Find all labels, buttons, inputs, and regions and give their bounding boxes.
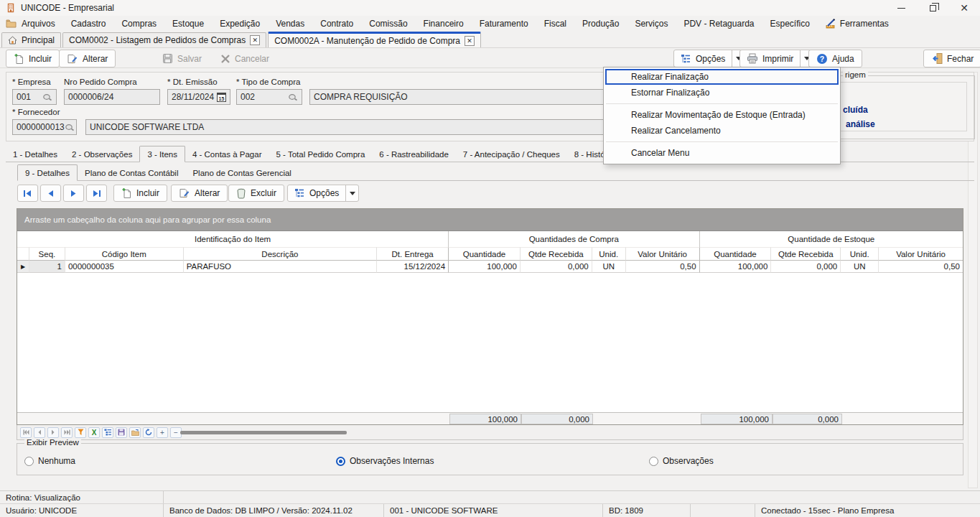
cell-seq[interactable]: 1 — [29, 260, 65, 273]
cell-unid-estoque[interactable]: UN — [841, 260, 879, 273]
menu-item-estornar-finalizacao[interactable]: Estornar Finalização — [604, 85, 840, 101]
expand-plus-icon[interactable]: + — [157, 427, 168, 438]
band-quantidade-estoque[interactable]: Quantidade de Estoque — [700, 231, 963, 247]
lookup-icon[interactable] — [288, 93, 298, 101]
minimize-button[interactable] — [885, 0, 917, 16]
column-header-codigo-item[interactable]: Código Item — [65, 247, 184, 260]
record-prev-button[interactable] — [40, 185, 61, 202]
menu-vendas[interactable]: Vendas — [268, 16, 312, 32]
menu-item-realizar-movimentacao[interactable]: Realizar Movimentação de Estoque (Entrad… — [604, 107, 840, 123]
menu-financeiro[interactable]: Financeiro — [416, 16, 472, 32]
imprimir-button[interactable]: Imprimir — [739, 50, 813, 67]
menu-comissao[interactable]: Comissão — [361, 16, 415, 32]
grid-group-band[interactable]: Arraste um cabeçalho da coluna aqui para… — [17, 209, 963, 231]
menu-arquivos[interactable]: Arquivos — [18, 16, 63, 32]
cell-qtde-recebida-compra[interactable]: 0,000 — [521, 260, 592, 273]
refresh-icon[interactable] — [143, 427, 154, 438]
subtab-detalhes-active[interactable]: 9 - Detalhes — [17, 164, 78, 181]
band-identificacao[interactable]: Identificação do Item — [17, 231, 449, 247]
lookup-icon[interactable] — [42, 93, 52, 101]
fechar-button[interactable]: Fechar — [923, 50, 980, 67]
record-last-button[interactable] — [86, 185, 107, 202]
tab-rastreabilidade[interactable]: 6 - Rastreabilidade — [372, 147, 456, 162]
menu-servicos[interactable]: Serviços — [627, 16, 676, 32]
column-header-dt-entrega[interactable]: Dt. Entrega — [377, 247, 449, 260]
alterar-button[interactable]: Alterar — [59, 50, 116, 67]
cell-quantidade-estoque[interactable]: 100,000 — [700, 260, 772, 273]
salvar-button[interactable]: Salvar — [154, 50, 210, 67]
grid-prev-icon[interactable] — [34, 427, 45, 438]
column-header-unid-estoque[interactable]: Unid. — [841, 247, 879, 260]
cell-valor-unitario-estoque[interactable]: 0,50 — [879, 260, 963, 273]
cell-descricao[interactable]: PARAFUSO — [184, 260, 378, 273]
save-layout-icon[interactable] — [116, 427, 127, 438]
column-header-qtde-recebida-compra[interactable]: Qtde Recebida — [521, 247, 592, 260]
radio-checked-icon[interactable] — [336, 457, 345, 466]
calendar-icon[interactable]: 15 — [217, 93, 226, 102]
menu-faturamento[interactable]: Faturamento — [472, 16, 536, 32]
cancelar-button[interactable]: Cancelar — [213, 50, 277, 67]
radio-observacoes[interactable]: Observações — [649, 456, 714, 466]
menu-contrato[interactable]: Contrato — [312, 16, 361, 32]
nro-pedido-field[interactable]: 0000006/24 — [64, 89, 160, 105]
cell-dt-entrega[interactable]: 15/12/2024 — [377, 260, 449, 273]
subtab-plano-contabil[interactable]: Plano de Contas Contábil — [78, 166, 185, 180]
radio-nenhuma[interactable]: Nenhuma — [24, 456, 75, 466]
tab-detalhes[interactable]: 1 - Detalhes — [6, 147, 65, 162]
column-header-quantidade-estoque[interactable]: Quantidade — [700, 247, 772, 260]
menu-ferramentas[interactable]: Ferramentas — [818, 16, 897, 32]
item-opcoes-dropdown-arrow[interactable] — [345, 185, 358, 201]
tab-total-pedido[interactable]: 5 - Total Pedido Compra — [269, 147, 372, 162]
horizontal-scrollbar-thumb[interactable] — [180, 431, 347, 434]
cell-quantidade-compra[interactable]: 100,000 — [449, 260, 521, 273]
tab-antecipacao-cheques[interactable]: 7 - Antecipação / Cheques — [456, 147, 567, 162]
cell-codigo-item[interactable]: 0000000035 — [65, 260, 184, 273]
menu-item-realizar-cancelamento[interactable]: Realizar Cancelamento — [604, 123, 840, 139]
filter-funnel-icon[interactable] — [75, 427, 86, 438]
menu-item-realizar-finalizacao[interactable]: Realizar Finalização — [605, 69, 839, 85]
subtab-plano-gerencial[interactable]: Plano de Contas Gerencial — [185, 166, 298, 180]
maximize-button[interactable] — [917, 0, 948, 16]
record-next-button[interactable] — [63, 185, 84, 202]
column-header-quantidade-compra[interactable]: Quantidade — [449, 247, 521, 260]
radio-icon[interactable] — [24, 457, 34, 466]
tab-itens-active[interactable]: 3 - Itens — [139, 146, 185, 162]
cell-qtde-recebida-estoque[interactable]: 0,000 — [771, 260, 841, 273]
cell-valor-unitario-compra[interactable]: 0,50 — [626, 260, 700, 273]
opcoes-button[interactable]: Opções — [673, 50, 745, 67]
column-header-valor-unitario-compra[interactable]: Valor Unitário — [626, 247, 700, 260]
item-alterar-button[interactable]: Alterar — [171, 185, 228, 202]
tab-principal[interactable]: Principal — [1, 32, 61, 47]
dt-emissao-field[interactable]: 28/11/2024 15 — [167, 89, 230, 105]
band-quantidades-compra[interactable]: Quantidades de Compra — [449, 231, 699, 247]
tab-close-icon[interactable]: ✕ — [465, 36, 475, 46]
grid-first-icon[interactable] — [20, 427, 32, 438]
tab-contas-a-pagar[interactable]: 4 - Contas à Pagar — [185, 147, 269, 162]
radio-icon[interactable] — [649, 457, 658, 466]
empresa-field[interactable]: 001 — [12, 89, 57, 105]
tipo-compra-field[interactable]: 002 — [236, 89, 302, 105]
menu-compras[interactable]: Compras — [113, 16, 164, 32]
menu-fiscal[interactable]: Fiscal — [536, 16, 574, 32]
table-row[interactable]: ▶ 1 0000000035 PARAFUSO 15/12/2024 100,0… — [17, 260, 963, 273]
menu-producao[interactable]: Produção — [574, 16, 627, 32]
item-incluir-button[interactable]: Incluir — [113, 185, 167, 202]
lookup-icon[interactable] — [65, 123, 75, 131]
menu-estoque[interactable]: Estoque — [164, 16, 212, 32]
grid-next-icon[interactable] — [47, 427, 59, 438]
radio-observacoes-internas[interactable]: Observações Internas — [336, 456, 434, 466]
tab-close-icon[interactable]: ✕ — [250, 35, 260, 45]
column-header-qtde-recebida-estoque[interactable]: Qtde Recebida — [771, 247, 841, 260]
column-header-valor-unitario-estoque[interactable]: Valor Unitário — [879, 247, 963, 260]
grid-last-icon[interactable] — [61, 427, 73, 438]
ajuda-button[interactable]: ? Ajuda — [808, 50, 862, 67]
tab-observacoes[interactable]: 2 - Observações — [65, 147, 139, 162]
tab-com0002a-active[interactable]: COM0002A - Manutenção de Pedido de Compr… — [268, 32, 481, 47]
column-header-unid-compra[interactable]: Unid. — [592, 247, 626, 260]
grid-options-icon[interactable] — [102, 427, 113, 438]
menu-item-cancelar-menu[interactable]: Cancelar Menu — [604, 145, 840, 161]
menu-especifico[interactable]: Específico — [762, 16, 817, 32]
column-header-seq[interactable]: Seq. — [29, 247, 65, 260]
tab-com0002[interactable]: COM0002 - Listagem de Pedidos de Compras… — [62, 32, 266, 47]
column-header-descricao[interactable]: Descrição — [184, 247, 378, 260]
